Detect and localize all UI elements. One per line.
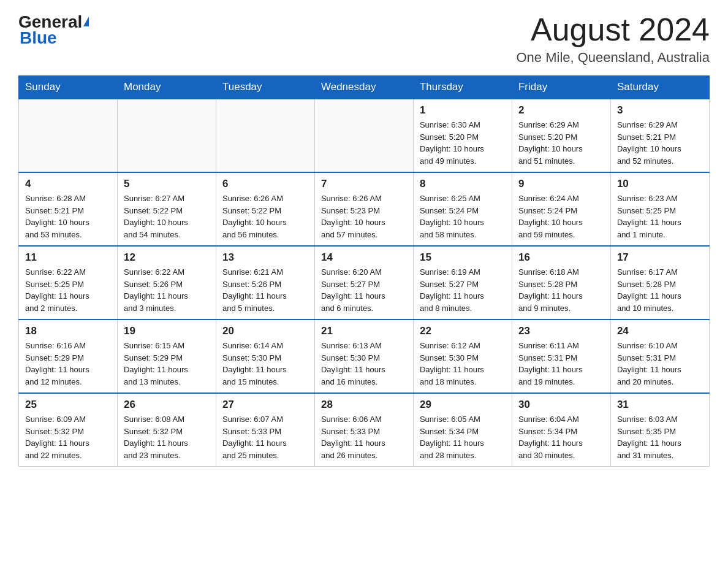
- calendar-cell-w4-d2: 20Sunrise: 6:14 AM Sunset: 5:30 PM Dayli…: [216, 320, 314, 393]
- day-number: 28: [321, 399, 407, 411]
- day-info: Sunrise: 6:04 AM Sunset: 5:34 PM Dayligh…: [518, 413, 604, 461]
- calendar-cell-w2-d4: 8Sunrise: 6:25 AM Sunset: 5:24 PM Daylig…: [413, 172, 512, 246]
- day-info: Sunrise: 6:11 AM Sunset: 5:31 PM Dayligh…: [518, 340, 604, 388]
- day-info: Sunrise: 6:18 AM Sunset: 5:28 PM Dayligh…: [518, 266, 604, 314]
- calendar-cell-w5-d4: 29Sunrise: 6:05 AM Sunset: 5:34 PM Dayli…: [413, 393, 512, 467]
- day-info: Sunrise: 6:21 AM Sunset: 5:26 PM Dayligh…: [222, 266, 308, 314]
- calendar-cell-w4-d1: 19Sunrise: 6:15 AM Sunset: 5:29 PM Dayli…: [117, 320, 216, 393]
- calendar-cell-w1-d2: [216, 99, 314, 172]
- header-tuesday: Tuesday: [216, 76, 314, 99]
- calendar-cell-w2-d3: 7Sunrise: 6:26 AM Sunset: 5:23 PM Daylig…: [314, 172, 413, 246]
- day-info: Sunrise: 6:16 AM Sunset: 5:29 PM Dayligh…: [25, 340, 111, 388]
- day-number: 12: [124, 251, 210, 264]
- week-row-5: 25Sunrise: 6:09 AM Sunset: 5:32 PM Dayli…: [19, 393, 710, 467]
- calendar-cell-w1-d3: [314, 99, 413, 172]
- day-number: 19: [124, 325, 210, 337]
- calendar-cell-w2-d5: 9Sunrise: 6:24 AM Sunset: 5:24 PM Daylig…: [512, 172, 610, 246]
- logo-triangle-icon: [83, 17, 89, 26]
- day-number: 10: [617, 178, 703, 190]
- calendar-cell-w3-d1: 12Sunrise: 6:22 AM Sunset: 5:26 PM Dayli…: [117, 246, 216, 320]
- day-number: 13: [222, 251, 308, 264]
- day-info: Sunrise: 6:22 AM Sunset: 5:26 PM Dayligh…: [124, 266, 210, 314]
- calendar-cell-w5-d2: 27Sunrise: 6:07 AM Sunset: 5:33 PM Dayli…: [216, 393, 314, 467]
- day-number: 15: [420, 251, 506, 264]
- header-wednesday: Wednesday: [314, 76, 413, 99]
- day-number: 27: [222, 399, 308, 411]
- calendar-cell-w5-d1: 26Sunrise: 6:08 AM Sunset: 5:32 PM Dayli…: [117, 393, 216, 467]
- day-number: 9: [518, 178, 604, 190]
- logo-blue: Blue: [20, 28, 57, 48]
- day-number: 23: [518, 325, 604, 337]
- day-number: 2: [518, 104, 604, 117]
- day-info: Sunrise: 6:30 AM Sunset: 5:20 PM Dayligh…: [420, 119, 506, 167]
- calendar-cell-w5-d6: 31Sunrise: 6:03 AM Sunset: 5:35 PM Dayli…: [610, 393, 709, 467]
- header-friday: Friday: [512, 76, 610, 99]
- day-number: 8: [420, 178, 506, 190]
- day-number: 22: [420, 325, 506, 337]
- day-number: 29: [420, 399, 506, 411]
- day-number: 18: [25, 325, 111, 337]
- day-info: Sunrise: 6:13 AM Sunset: 5:30 PM Dayligh…: [321, 340, 407, 388]
- page-subtitle: One Mile, Queensland, Australia: [516, 50, 710, 66]
- week-row-2: 4Sunrise: 6:28 AM Sunset: 5:21 PM Daylig…: [19, 172, 710, 246]
- calendar-cell-w4-d6: 24Sunrise: 6:10 AM Sunset: 5:31 PM Dayli…: [610, 320, 709, 393]
- day-info: Sunrise: 6:27 AM Sunset: 5:22 PM Dayligh…: [124, 193, 210, 240]
- calendar-cell-w4-d4: 22Sunrise: 6:12 AM Sunset: 5:30 PM Dayli…: [413, 320, 512, 393]
- day-info: Sunrise: 6:23 AM Sunset: 5:25 PM Dayligh…: [617, 193, 703, 240]
- day-info: Sunrise: 6:05 AM Sunset: 5:34 PM Dayligh…: [420, 413, 506, 461]
- day-number: 20: [222, 325, 308, 337]
- day-info: Sunrise: 6:24 AM Sunset: 5:24 PM Dayligh…: [518, 193, 604, 240]
- calendar-cell-w2-d2: 6Sunrise: 6:26 AM Sunset: 5:22 PM Daylig…: [216, 172, 314, 246]
- day-info: Sunrise: 6:22 AM Sunset: 5:25 PM Dayligh…: [25, 266, 111, 314]
- day-number: 4: [25, 178, 111, 190]
- calendar-cell-w3-d6: 17Sunrise: 6:17 AM Sunset: 5:28 PM Dayli…: [610, 246, 709, 320]
- calendar-cell-w1-d5: 2Sunrise: 6:29 AM Sunset: 5:20 PM Daylig…: [512, 99, 610, 172]
- day-info: Sunrise: 6:25 AM Sunset: 5:24 PM Dayligh…: [420, 193, 506, 240]
- header-thursday: Thursday: [413, 76, 512, 99]
- calendar-cell-w5-d5: 30Sunrise: 6:04 AM Sunset: 5:34 PM Dayli…: [512, 393, 610, 467]
- day-number: 14: [321, 251, 407, 264]
- day-number: 31: [617, 399, 703, 411]
- calendar-cell-w3-d4: 15Sunrise: 6:19 AM Sunset: 5:27 PM Dayli…: [413, 246, 512, 320]
- day-info: Sunrise: 6:19 AM Sunset: 5:27 PM Dayligh…: [420, 266, 506, 314]
- week-row-4: 18Sunrise: 6:16 AM Sunset: 5:29 PM Dayli…: [19, 320, 710, 393]
- day-number: 7: [321, 178, 407, 190]
- day-info: Sunrise: 6:28 AM Sunset: 5:21 PM Dayligh…: [25, 193, 111, 240]
- calendar-cell-w4-d0: 18Sunrise: 6:16 AM Sunset: 5:29 PM Dayli…: [19, 320, 118, 393]
- page-title: August 2024: [516, 12, 710, 47]
- day-info: Sunrise: 6:14 AM Sunset: 5:30 PM Dayligh…: [222, 340, 308, 388]
- calendar-cell-w3-d2: 13Sunrise: 6:21 AM Sunset: 5:26 PM Dayli…: [216, 246, 314, 320]
- day-info: Sunrise: 6:26 AM Sunset: 5:23 PM Dayligh…: [321, 193, 407, 240]
- calendar-cell-w2-d0: 4Sunrise: 6:28 AM Sunset: 5:21 PM Daylig…: [19, 172, 118, 246]
- calendar-cell-w4-d3: 21Sunrise: 6:13 AM Sunset: 5:30 PM Dayli…: [314, 320, 413, 393]
- calendar-cell-w3-d0: 11Sunrise: 6:22 AM Sunset: 5:25 PM Dayli…: [19, 246, 118, 320]
- day-number: 17: [617, 251, 703, 264]
- day-number: 25: [25, 399, 111, 411]
- day-number: 5: [124, 178, 210, 190]
- day-info: Sunrise: 6:03 AM Sunset: 5:35 PM Dayligh…: [617, 413, 703, 461]
- calendar-cell-w1-d1: [117, 99, 216, 172]
- logo: General Blue: [18, 12, 89, 48]
- day-number: 11: [25, 251, 111, 264]
- day-info: Sunrise: 6:26 AM Sunset: 5:22 PM Dayligh…: [222, 193, 308, 240]
- day-number: 1: [420, 104, 506, 117]
- title-area: August 2024 One Mile, Queensland, Austra…: [516, 12, 710, 66]
- page-header: General Blue August 2024 One Mile, Queen…: [18, 12, 710, 66]
- day-info: Sunrise: 6:12 AM Sunset: 5:30 PM Dayligh…: [420, 340, 506, 388]
- header-monday: Monday: [117, 76, 216, 99]
- calendar-cell-w1-d0: [19, 99, 118, 172]
- calendar-cell-w2-d1: 5Sunrise: 6:27 AM Sunset: 5:22 PM Daylig…: [117, 172, 216, 246]
- day-info: Sunrise: 6:06 AM Sunset: 5:33 PM Dayligh…: [321, 413, 407, 461]
- day-number: 21: [321, 325, 407, 337]
- day-info: Sunrise: 6:29 AM Sunset: 5:21 PM Dayligh…: [617, 119, 703, 167]
- day-info: Sunrise: 6:10 AM Sunset: 5:31 PM Dayligh…: [617, 340, 703, 388]
- calendar-cell-w2-d6: 10Sunrise: 6:23 AM Sunset: 5:25 PM Dayli…: [610, 172, 709, 246]
- day-number: 6: [222, 178, 308, 190]
- calendar-cell-w4-d5: 23Sunrise: 6:11 AM Sunset: 5:31 PM Dayli…: [512, 320, 610, 393]
- calendar-cell-w5-d3: 28Sunrise: 6:06 AM Sunset: 5:33 PM Dayli…: [314, 393, 413, 467]
- day-info: Sunrise: 6:09 AM Sunset: 5:32 PM Dayligh…: [25, 413, 111, 461]
- day-number: 3: [617, 104, 703, 117]
- day-number: 30: [518, 399, 604, 411]
- header-sunday: Sunday: [19, 76, 118, 99]
- day-info: Sunrise: 6:17 AM Sunset: 5:28 PM Dayligh…: [617, 266, 703, 314]
